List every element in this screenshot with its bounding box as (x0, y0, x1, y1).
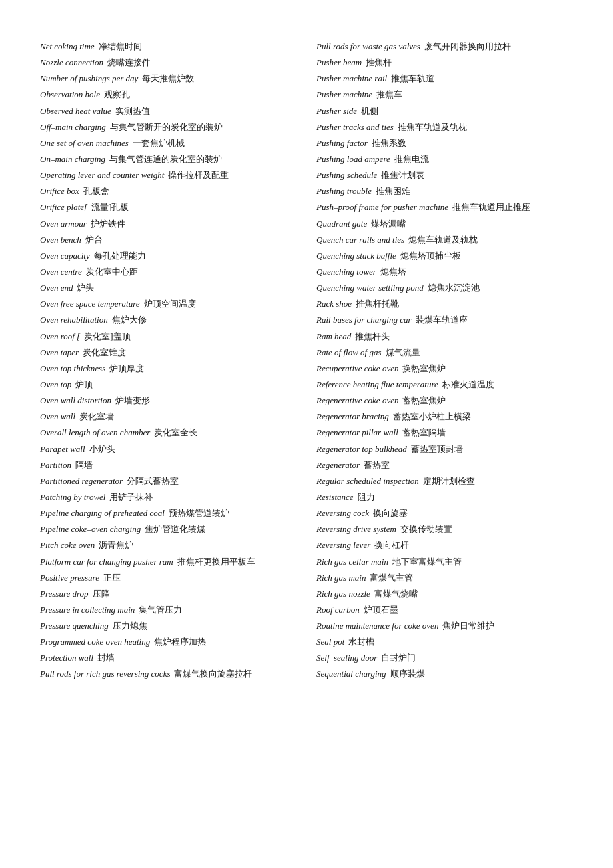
chinese-term: 集气管压力 (139, 603, 182, 617)
list-item: Pull rods for rich gas reversing cocks富煤… (40, 667, 297, 681)
chinese-term: 焦炉程序加热 (154, 635, 206, 649)
list-item: Pushing load ampere推焦电流 (316, 153, 573, 166)
list-item: Pusher side机侧 (316, 105, 573, 118)
english-term: Quenching tower (316, 265, 376, 279)
left-column: Net coking time净结焦时间Nozzle connection烧嘴连… (40, 40, 297, 684)
english-term: Quench car rails and ties (316, 233, 404, 247)
english-term: Partition (40, 459, 71, 472)
chinese-term: 推焦系数 (372, 137, 406, 150)
chinese-term: 炉头 (77, 281, 94, 295)
english-term: Platform car for changing pusher ram (40, 555, 173, 569)
chinese-term: 熄焦塔顶捕尘板 (400, 249, 461, 263)
chinese-term: 一套焦炉机械 (133, 137, 185, 150)
list-item: Regular scheduled inspection定期计划检查 (316, 475, 573, 488)
chinese-term: 蓄热室焦炉 (402, 394, 446, 407)
english-term: Ram head (316, 330, 351, 343)
list-item: Pushing trouble推焦困难 (316, 185, 573, 198)
chinese-term: 蓄热室 (364, 459, 390, 472)
english-term: Pitch coke oven (40, 539, 95, 552)
chinese-term: 封墙 (97, 651, 115, 665)
list-item: Oven wall distortion炉墙变形 (40, 394, 297, 407)
chinese-term: 装煤车轨道座 (416, 313, 468, 327)
chinese-term: 分隔式蓄热室 (127, 475, 179, 488)
chinese-term: 预热煤管道装炉 (169, 507, 229, 520)
chinese-term: 炭化室墙 (79, 410, 114, 423)
list-item: Pusher machine rail推焦车轨道 (316, 72, 573, 85)
english-term: Pushing load ampere (316, 153, 390, 166)
english-term: Regenerator pillar wall (316, 426, 398, 439)
chinese-term: 炭化室]盖顶 (84, 330, 130, 343)
list-item: Regenerative coke oven蓄热室焦炉 (316, 394, 573, 407)
english-term: Rack shoe (316, 297, 352, 311)
chinese-term: 蓄热室小炉柱上横梁 (393, 410, 471, 423)
list-item: Rich gas nozzle富煤气烧嘴 (316, 587, 573, 601)
english-term: Orifice plate[ (40, 201, 87, 214)
list-item: Number of pushings per day每天推焦炉数 (40, 72, 297, 85)
list-item: Quenching stack baffle熄焦塔顶捕尘板 (316, 249, 573, 263)
list-item: Oven centre炭化室中心距 (40, 265, 297, 279)
list-item: Overall length of oven chamber炭化室全长 (40, 426, 297, 439)
list-item: Regenerator bracing蓄热室小炉柱上横梁 (316, 410, 573, 423)
english-term: Rate of flow of gas (316, 346, 382, 359)
main-content: Net coking time净结焦时间Nozzle connection烧嘴连… (40, 40, 573, 684)
english-term: Programmed coke oven heating (40, 635, 150, 649)
list-item: Observed heat value实测热值 (40, 105, 297, 118)
list-item: Pressure quenching压力熄焦 (40, 619, 297, 633)
english-term: Routine maintenance for coke oven (316, 619, 438, 633)
english-term: Pipeline coke–oven charging (40, 523, 141, 536)
chinese-term: 操作拉杆及配重 (168, 169, 229, 182)
list-item: Self–sealing door自封炉门 (316, 651, 573, 665)
list-item: Pushing schedule推焦计划表 (316, 169, 573, 182)
english-term: Oven bench (40, 233, 81, 247)
list-item: Push–proof frame for pusher machine推焦车轨道… (316, 201, 573, 214)
english-term: Oven top (40, 378, 71, 391)
list-item: Pitch coke oven沥青焦炉 (40, 539, 297, 552)
english-term: On–main charging (40, 153, 105, 166)
chinese-term: 沥青焦炉 (99, 539, 133, 552)
english-term: Quadrant gate (316, 217, 367, 231)
list-item: Reversing cock换向旋塞 (316, 507, 573, 520)
english-term: Pusher side (316, 105, 357, 118)
english-term: Reversing lever (316, 539, 370, 552)
chinese-term: 推焦杆 (366, 56, 392, 69)
chinese-term: 用铲子抹补 (109, 491, 153, 504)
list-item: Rich gas cellar main地下室富煤气主管 (316, 555, 573, 569)
chinese-term: 推焦车 (376, 88, 402, 101)
chinese-term: 熄焦车轨道及轨枕 (408, 233, 478, 247)
english-term: Rich gas cellar main (316, 555, 388, 569)
english-term: Rich gas main (316, 571, 366, 585)
list-item: Partitioned regenerator分隔式蓄热室 (40, 475, 297, 488)
list-item: Protection wall封墙 (40, 651, 297, 665)
chinese-term: 自封炉门 (381, 651, 416, 665)
english-term: Regenerator bracing (316, 410, 389, 423)
chinese-term: 焦炉管道化装煤 (145, 523, 205, 536)
english-term: Pusher machine rail (316, 72, 387, 85)
chinese-term: 换热室焦炉 (402, 362, 446, 375)
chinese-term: 推焦车轨道用止推座 (452, 201, 530, 214)
english-term: Oven end (40, 281, 73, 295)
list-item: Oven roof [炭化室]盖顶 (40, 330, 297, 343)
english-term: Sequential charging (316, 667, 386, 681)
english-term: Pressure quenching (40, 619, 109, 633)
list-item: Reference heating flue temperature标准火道温度 (316, 378, 573, 391)
english-term: Resistance (316, 491, 354, 504)
english-term: Quenching water settling pond (316, 281, 424, 295)
english-term: One set of oven machines (40, 137, 129, 150)
english-term: Push–proof frame for pusher machine (316, 201, 448, 214)
chinese-term: 推焦杆托靴 (356, 297, 399, 311)
list-item: Routine maintenance for coke oven焦炉日常维护 (316, 619, 573, 633)
list-item: Pusher machine推焦车 (316, 88, 573, 101)
english-term: Reversing cock (316, 507, 369, 520)
list-item: Parapet wall小炉头 (40, 443, 297, 456)
list-item: Pressure drop压降 (40, 587, 297, 601)
chinese-term: 推焦车轨道 (391, 72, 434, 85)
chinese-term: 蓄热室顶封墙 (411, 443, 463, 456)
chinese-term: 富煤气换向旋塞拉杆 (174, 667, 252, 681)
list-item: Oven top thickness炉顶厚度 (40, 362, 297, 375)
chinese-term: 观察孔 (104, 88, 130, 101)
chinese-term: 炭化室全长 (154, 426, 197, 439)
english-term: Oven armour (40, 217, 87, 231)
english-term: Parapet wall (40, 443, 85, 456)
list-item: Pull rods for waste gas valves废气开闭器换向用拉杆 (316, 40, 573, 53)
list-item: Pusher tracks and ties推焦车轨道及轨枕 (316, 121, 573, 134)
